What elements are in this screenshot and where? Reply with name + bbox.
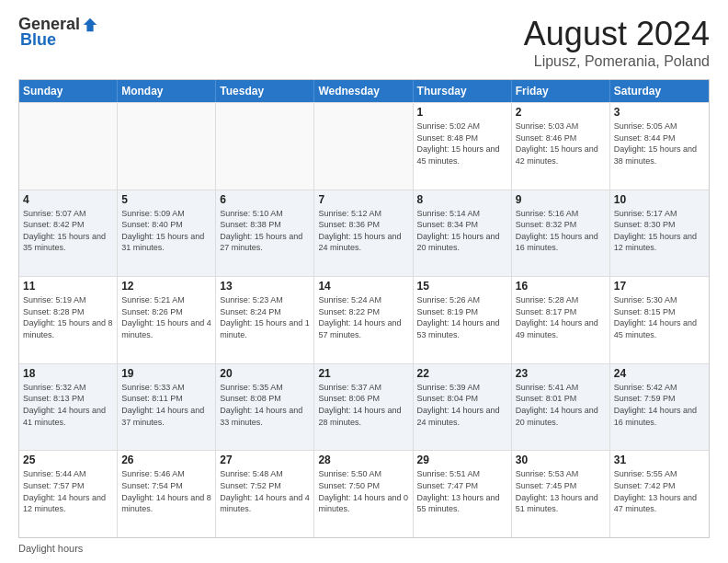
day-number: 5 <box>121 193 211 206</box>
day-info: Sunrise: 5:05 AM Sunset: 8:44 PM Dayligh… <box>614 121 705 167</box>
cal-cell-2-6: 17Sunrise: 5:30 AM Sunset: 8:15 PM Dayli… <box>610 277 709 363</box>
cal-cell-3-1: 19Sunrise: 5:33 AM Sunset: 8:11 PM Dayli… <box>118 364 216 451</box>
cal-cell-1-2: 6Sunrise: 5:10 AM Sunset: 8:38 PM Daylig… <box>216 190 314 277</box>
header-day-friday: Friday <box>512 80 610 102</box>
day-info: Sunrise: 5:46 AM Sunset: 7:54 PM Dayligh… <box>121 468 211 514</box>
day-number: 10 <box>614 193 705 206</box>
cal-cell-0-3 <box>314 103 413 190</box>
cal-cell-4-3: 28Sunrise: 5:50 AM Sunset: 7:50 PM Dayli… <box>314 451 413 537</box>
day-info: Sunrise: 5:53 AM Sunset: 7:45 PM Dayligh… <box>516 468 606 514</box>
day-number: 6 <box>220 193 310 206</box>
cal-cell-4-5: 30Sunrise: 5:53 AM Sunset: 7:45 PM Dayli… <box>512 451 610 537</box>
day-number: 22 <box>417 367 507 380</box>
cal-cell-0-5: 2Sunrise: 5:03 AM Sunset: 8:46 PM Daylig… <box>512 103 610 190</box>
day-number: 23 <box>516 367 606 380</box>
week-row-1: 1Sunrise: 5:02 AM Sunset: 8:48 PM Daylig… <box>19 102 709 190</box>
day-number: 2 <box>516 106 606 119</box>
day-number: 11 <box>23 280 113 293</box>
cal-cell-2-5: 16Sunrise: 5:28 AM Sunset: 8:17 PM Dayli… <box>512 277 610 363</box>
cal-cell-1-4: 8Sunrise: 5:14 AM Sunset: 8:34 PM Daylig… <box>414 190 512 277</box>
subtitle: Lipusz, Pomerania, Poland <box>524 53 710 70</box>
cal-cell-2-4: 15Sunrise: 5:26 AM Sunset: 8:19 PM Dayli… <box>414 277 512 363</box>
day-number: 26 <box>121 454 211 466</box>
day-info: Sunrise: 5:55 AM Sunset: 7:42 PM Dayligh… <box>614 468 705 514</box>
day-number: 1 <box>417 106 507 119</box>
cal-cell-3-6: 24Sunrise: 5:42 AM Sunset: 7:59 PM Dayli… <box>610 364 709 451</box>
header-day-wednesday: Wednesday <box>314 80 413 102</box>
cal-cell-1-1: 5Sunrise: 5:09 AM Sunset: 8:40 PM Daylig… <box>118 190 216 277</box>
day-info: Sunrise: 5:33 AM Sunset: 8:11 PM Dayligh… <box>121 382 211 428</box>
day-info: Sunrise: 5:14 AM Sunset: 8:34 PM Dayligh… <box>417 208 507 254</box>
header-day-thursday: Thursday <box>414 80 512 102</box>
page: General Blue August 2024 Lipusz, Pomeran… <box>0 0 728 563</box>
cal-cell-2-0: 11Sunrise: 5:19 AM Sunset: 8:28 PM Dayli… <box>19 277 118 363</box>
day-number: 4 <box>23 193 113 206</box>
day-number: 30 <box>516 454 606 466</box>
cal-cell-2-2: 13Sunrise: 5:23 AM Sunset: 8:24 PM Dayli… <box>216 277 314 363</box>
day-info: Sunrise: 5:09 AM Sunset: 8:40 PM Dayligh… <box>121 208 211 254</box>
week-row-2: 4Sunrise: 5:07 AM Sunset: 8:42 PM Daylig… <box>19 190 709 277</box>
header-day-tuesday: Tuesday <box>216 80 314 102</box>
day-info: Sunrise: 5:03 AM Sunset: 8:46 PM Dayligh… <box>516 121 606 167</box>
cal-cell-1-5: 9Sunrise: 5:16 AM Sunset: 8:32 PM Daylig… <box>512 190 610 277</box>
day-number: 12 <box>121 280 211 293</box>
day-info: Sunrise: 5:02 AM Sunset: 8:48 PM Dayligh… <box>417 121 507 167</box>
day-info: Sunrise: 5:12 AM Sunset: 8:36 PM Dayligh… <box>318 208 408 254</box>
day-info: Sunrise: 5:42 AM Sunset: 7:59 PM Dayligh… <box>614 382 705 428</box>
footer-note: Daylight hours <box>18 543 710 554</box>
day-info: Sunrise: 5:30 AM Sunset: 8:15 PM Dayligh… <box>614 294 705 340</box>
cal-cell-1-0: 4Sunrise: 5:07 AM Sunset: 8:42 PM Daylig… <box>19 190 118 277</box>
day-number: 31 <box>614 454 705 466</box>
day-number: 20 <box>220 367 310 380</box>
svg-marker-0 <box>84 17 97 30</box>
cal-cell-2-3: 14Sunrise: 5:24 AM Sunset: 8:22 PM Dayli… <box>314 277 413 363</box>
day-number: 29 <box>417 454 507 466</box>
day-info: Sunrise: 5:41 AM Sunset: 8:01 PM Dayligh… <box>516 382 606 428</box>
day-number: 14 <box>318 280 408 293</box>
day-info: Sunrise: 5:24 AM Sunset: 8:22 PM Dayligh… <box>318 294 408 340</box>
day-number: 13 <box>220 280 310 293</box>
day-number: 17 <box>614 280 705 293</box>
day-number: 28 <box>318 454 408 466</box>
week-row-3: 11Sunrise: 5:19 AM Sunset: 8:28 PM Dayli… <box>19 276 709 363</box>
cal-cell-3-5: 23Sunrise: 5:41 AM Sunset: 8:01 PM Dayli… <box>512 364 610 451</box>
cal-cell-3-0: 18Sunrise: 5:32 AM Sunset: 8:13 PM Dayli… <box>19 364 118 451</box>
calendar: SundayMondayTuesdayWednesdayThursdayFrid… <box>18 79 710 538</box>
day-info: Sunrise: 5:39 AM Sunset: 8:04 PM Dayligh… <box>417 382 507 428</box>
day-info: Sunrise: 5:07 AM Sunset: 8:42 PM Dayligh… <box>23 208 113 254</box>
main-title: August 2024 <box>524 15 710 53</box>
day-info: Sunrise: 5:37 AM Sunset: 8:06 PM Dayligh… <box>318 382 408 428</box>
title-block: August 2024 Lipusz, Pomerania, Poland <box>524 15 710 70</box>
cal-cell-0-2 <box>216 103 314 190</box>
cal-cell-4-1: 26Sunrise: 5:46 AM Sunset: 7:54 PM Dayli… <box>118 451 216 537</box>
cal-cell-4-6: 31Sunrise: 5:55 AM Sunset: 7:42 PM Dayli… <box>610 451 709 537</box>
day-number: 18 <box>23 367 113 380</box>
day-info: Sunrise: 5:26 AM Sunset: 8:19 PM Dayligh… <box>417 294 507 340</box>
day-info: Sunrise: 5:17 AM Sunset: 8:30 PM Dayligh… <box>614 208 705 254</box>
cal-cell-4-0: 25Sunrise: 5:44 AM Sunset: 7:57 PM Dayli… <box>19 451 118 537</box>
day-number: 7 <box>318 193 408 206</box>
day-info: Sunrise: 5:48 AM Sunset: 7:52 PM Dayligh… <box>220 468 310 514</box>
cal-cell-0-0 <box>19 103 118 190</box>
logo-icon <box>82 17 98 33</box>
day-number: 21 <box>318 367 408 380</box>
day-info: Sunrise: 5:16 AM Sunset: 8:32 PM Dayligh… <box>516 208 606 254</box>
day-number: 9 <box>516 193 606 206</box>
header-day-saturday: Saturday <box>610 80 709 102</box>
day-info: Sunrise: 5:50 AM Sunset: 7:50 PM Dayligh… <box>318 468 408 514</box>
cal-cell-0-6: 3Sunrise: 5:05 AM Sunset: 8:44 PM Daylig… <box>610 103 709 190</box>
day-number: 3 <box>614 106 705 119</box>
day-info: Sunrise: 5:51 AM Sunset: 7:47 PM Dayligh… <box>417 468 507 514</box>
week-row-4: 18Sunrise: 5:32 AM Sunset: 8:13 PM Dayli… <box>19 363 709 451</box>
logo-blue: Blue <box>20 30 56 50</box>
calendar-header: SundayMondayTuesdayWednesdayThursdayFrid… <box>19 80 709 102</box>
cal-cell-2-1: 12Sunrise: 5:21 AM Sunset: 8:26 PM Dayli… <box>118 277 216 363</box>
day-info: Sunrise: 5:23 AM Sunset: 8:24 PM Dayligh… <box>220 294 310 340</box>
cal-cell-1-3: 7Sunrise: 5:12 AM Sunset: 8:36 PM Daylig… <box>314 190 413 277</box>
day-info: Sunrise: 5:19 AM Sunset: 8:28 PM Dayligh… <box>23 294 113 340</box>
day-info: Sunrise: 5:21 AM Sunset: 8:26 PM Dayligh… <box>121 294 211 340</box>
day-number: 15 <box>417 280 507 293</box>
cal-cell-1-6: 10Sunrise: 5:17 AM Sunset: 8:30 PM Dayli… <box>610 190 709 277</box>
day-info: Sunrise: 5:35 AM Sunset: 8:08 PM Dayligh… <box>220 382 310 428</box>
cal-cell-4-2: 27Sunrise: 5:48 AM Sunset: 7:52 PM Dayli… <box>216 451 314 537</box>
